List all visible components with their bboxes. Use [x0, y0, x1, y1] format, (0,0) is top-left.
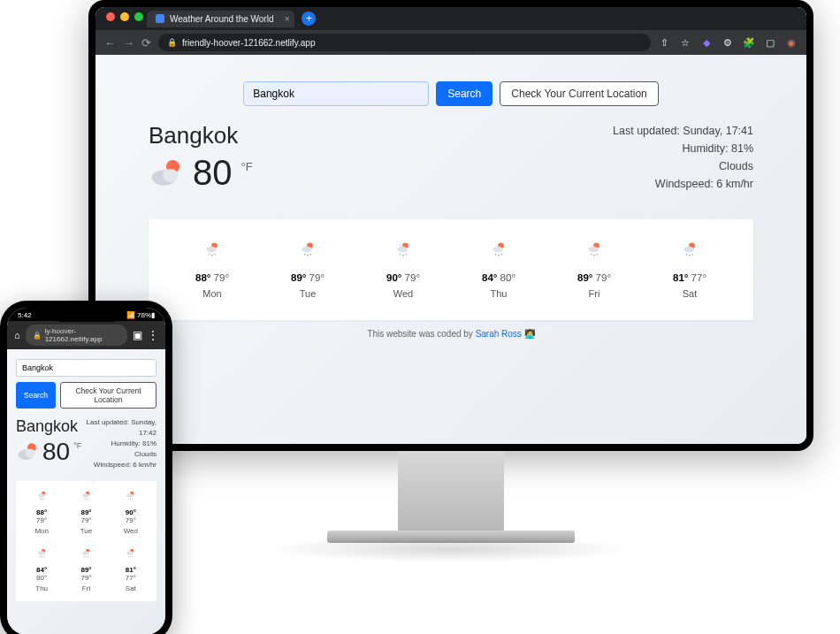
phone-forecast-day: 84° 80° Thu — [21, 547, 62, 592]
current-location-button[interactable]: Check Your Current Location — [500, 81, 658, 106]
browser-tab[interactable]: Weather Around the World × — [147, 11, 294, 27]
forward-button-icon[interactable]: → — [123, 36, 134, 50]
rain-icon — [203, 241, 221, 258]
rain-icon — [36, 547, 48, 559]
humidity: Humidity: 81% — [613, 140, 753, 157]
phone-forecast-day: 89° 79° Tue — [65, 490, 106, 535]
cloud-sun-icon — [16, 440, 39, 463]
lock-icon: 🔒 — [33, 332, 42, 340]
tab-title: Weather Around the World — [170, 14, 273, 24]
phone-unit: °F — [73, 441, 81, 450]
rain-icon — [125, 490, 136, 501]
phone-url-text: ly-hoover-121662.netlify.app — [45, 327, 120, 343]
phone-city-search-input[interactable] — [16, 359, 157, 377]
minimize-window-icon[interactable] — [120, 12, 129, 21]
phone-temperature: 80 — [42, 438, 70, 466]
forecast-day: 81° 77° Sat — [673, 241, 706, 299]
forecast-day: 84° 80° Thu — [482, 241, 515, 299]
url-text: friendly-hoover-121662.netlify.app — [182, 38, 315, 48]
new-tab-button[interactable]: + — [302, 11, 316, 26]
phone-humidity: Humidity: 81% — [81, 439, 157, 449]
search-button[interactable]: Search — [436, 81, 493, 106]
phone-weather-app: Search Check Your Current Location Bangk… — [7, 349, 165, 634]
windspeed: Windspeed: 6 km/hr — [613, 175, 753, 193]
monitor-screen: Weather Around the World × + ← → ⟳ 🔒 fri… — [95, 7, 806, 444]
condition: Clouds — [613, 157, 753, 175]
phone-forecast-day: 89° 79° Fri — [65, 547, 106, 592]
close-tab-icon[interactable]: × — [285, 14, 290, 24]
settings-icon[interactable]: ⚙ — [722, 36, 734, 49]
cloud-sun-icon — [149, 156, 184, 191]
monitor-stand — [398, 451, 504, 531]
phone-url-input[interactable]: 🔒 ly-hoover-121662.netlify.app — [26, 325, 127, 346]
forecast-day: 90° 79° Wed — [386, 241, 420, 299]
status-indicators: 📶 78%▮ — [126, 311, 155, 319]
rain-icon — [36, 490, 48, 501]
phone-forecast-card: 88° 79° Mon 89° 79° Tue 90° 79° We — [16, 481, 157, 601]
phone-forecast-day: 81° 77° Sat — [111, 547, 151, 592]
phone-forecast-day: 90° 79° Wed — [111, 490, 151, 535]
close-window-icon[interactable] — [106, 12, 115, 21]
lock-icon: 🔒 — [167, 38, 177, 47]
home-icon[interactable]: ⌂ — [14, 330, 20, 340]
back-button-icon[interactable]: ← — [104, 36, 116, 50]
status-time: 5:42 — [18, 311, 32, 319]
phone-forecast-day: 88° 79° Mon — [21, 490, 62, 535]
phone-last-updated: Last updated: Sunday, 17:42 — [81, 417, 157, 439]
profile-icon[interactable]: ◉ — [785, 36, 798, 49]
city-search-input[interactable] — [243, 81, 429, 106]
phone-condition: Clouds — [81, 449, 157, 460]
bookmark-icon[interactable]: ☆ — [679, 36, 691, 49]
extension-icon[interactable]: ◆ — [700, 36, 713, 49]
rain-icon — [394, 241, 412, 258]
footer-credit: This website was coded by Sarah Ross 👩‍💻 — [149, 329, 753, 339]
desktop-monitor: Weather Around the World × + ← → ⟳ 🔒 fri… — [88, 0, 813, 562]
phone-address-bar: ⌂ 🔒 ly-hoover-121662.netlify.app ▣ ⋮ — [7, 321, 165, 349]
author-link[interactable]: Sarah Ross — [476, 329, 522, 339]
current-temperature: 80 — [193, 153, 233, 193]
browser-address-bar: ← → ⟳ 🔒 friendly-hoover-121662.netlify.a… — [95, 30, 806, 55]
extensions-icon[interactable]: 🧩 — [743, 36, 755, 49]
phone-weather-details: Last updated: Sunday, 17:42 Humidity: 81… — [81, 417, 157, 470]
forecast-day: 89° 79° Tue — [291, 241, 325, 299]
temperature-unit: °F — [241, 160, 253, 173]
browser-tab-bar: Weather Around the World × + — [95, 7, 806, 30]
forecast-card: 88° 79° Mon 89° 79° Tue 90° 79° Wed — [149, 219, 753, 320]
rain-icon — [681, 241, 699, 258]
weather-app: Search Check Your Current Location Bangk… — [95, 55, 806, 444]
rain-icon — [125, 547, 136, 559]
phone-location-button[interactable]: Check Your Current Location — [60, 382, 157, 409]
rain-icon — [299, 241, 317, 258]
phone-screen: 5:42 📶 78%▮ ⌂ 🔒 ly-hoover-121662.netlify… — [7, 308, 165, 634]
city-name: Bangkok — [149, 122, 253, 149]
rain-icon — [490, 241, 508, 258]
tab-favicon-icon — [156, 14, 164, 23]
window-controls[interactable] — [106, 12, 143, 21]
phone-notch — [51, 308, 122, 322]
window-icon[interactable]: ▢ — [764, 36, 776, 49]
maximize-window-icon[interactable] — [134, 12, 143, 21]
pages-icon[interactable]: ▣ — [133, 329, 142, 341]
rain-icon — [80, 490, 92, 501]
share-icon[interactable]: ⇧ — [658, 36, 670, 49]
phone-windspeed: Windspeed: 6 km/hr — [81, 460, 157, 470]
url-input[interactable]: 🔒 friendly-hoover-121662.netlify.app — [158, 34, 651, 51]
more-icon[interactable]: ⋮ — [148, 329, 158, 341]
rain-icon — [80, 547, 92, 559]
reload-button-icon[interactable]: ⟳ — [141, 36, 151, 50]
forecast-day: 88° 79° Mon — [195, 241, 229, 299]
rain-icon — [585, 241, 603, 258]
last-updated: Last updated: Sunday, 17:41 — [613, 122, 753, 140]
mobile-phone: 5:42 📶 78%▮ ⌂ 🔒 ly-hoover-121662.netlify… — [0, 301, 172, 634]
phone-city-name: Bangkok — [16, 417, 81, 436]
weather-details: Last updated: Sunday, 17:41 Humidity: 81… — [613, 122, 753, 193]
monitor-shadow — [265, 536, 637, 562]
forecast-day: 89° 79° Fri — [577, 241, 611, 299]
phone-search-button[interactable]: Search — [16, 382, 56, 409]
